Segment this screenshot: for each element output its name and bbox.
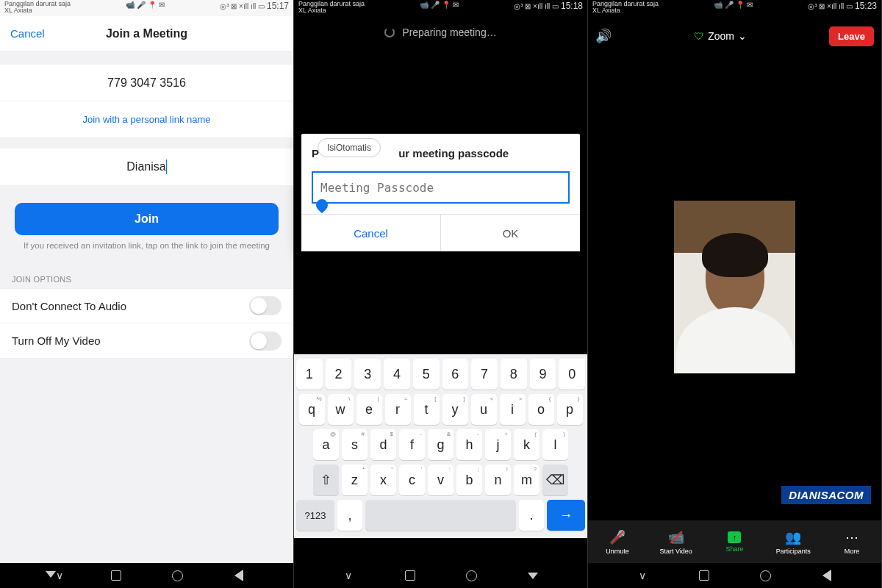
dialog-cancel-button[interactable]: Cancel bbox=[301, 215, 441, 251]
key-1[interactable]: 1 bbox=[296, 359, 323, 390]
nav-dropdown-icon[interactable]: ∨ bbox=[635, 568, 650, 583]
key-e[interactable]: e| bbox=[356, 394, 382, 425]
key-c[interactable]: c' bbox=[399, 465, 425, 495]
key-g[interactable]: g& bbox=[428, 429, 453, 460]
toggle-no-video[interactable] bbox=[249, 331, 282, 351]
key-5[interactable]: 5 bbox=[413, 359, 440, 390]
key-v[interactable]: v: bbox=[428, 465, 453, 495]
join-hint: If you received an invitation link, tap … bbox=[0, 241, 293, 265]
join-header: Cancel Join a Meeting bbox=[0, 16, 293, 51]
self-video-thumbnail[interactable] bbox=[674, 201, 795, 373]
nav-home-icon[interactable] bbox=[464, 568, 478, 583]
key-k[interactable]: k( bbox=[514, 429, 539, 460]
key-h[interactable]: h- bbox=[456, 429, 482, 460]
video-area[interactable] bbox=[588, 53, 881, 520]
key-b[interactable]: b; bbox=[456, 465, 482, 495]
key-z[interactable]: z* bbox=[342, 465, 368, 495]
key-period[interactable]: . bbox=[519, 500, 544, 531]
screenshot-2: Panggilan darurat saja XL Axiata 📹 🎤 📍 ✉… bbox=[294, 0, 588, 588]
spinner-icon bbox=[384, 27, 395, 37]
key-n[interactable]: n! bbox=[485, 465, 511, 495]
key-x[interactable]: x" bbox=[370, 465, 396, 495]
passcode-input[interactable] bbox=[312, 171, 570, 204]
nav-back-icon[interactable] bbox=[232, 568, 246, 583]
key-6[interactable]: 6 bbox=[442, 359, 469, 390]
key-j[interactable]: j+ bbox=[485, 429, 511, 460]
microphone-muted-icon: 🎤 bbox=[609, 529, 625, 545]
key-symbols[interactable]: ?123 bbox=[296, 500, 334, 531]
page-title: Join a Meeting bbox=[106, 27, 187, 40]
key-u[interactable]: u< bbox=[471, 394, 497, 425]
key-space[interactable] bbox=[365, 500, 516, 531]
android-navbar: ∨ bbox=[588, 563, 881, 588]
status-right-icons: ◎³ ⊠ ×ıll ıll ▭ bbox=[220, 2, 265, 10]
toggle-no-audio[interactable] bbox=[249, 296, 282, 315]
nav-home-icon[interactable] bbox=[758, 568, 772, 583]
key-enter[interactable]: → bbox=[547, 500, 585, 531]
key-l[interactable]: l) bbox=[542, 429, 568, 460]
status-left-icons: 📹 🎤 📍 ✉ bbox=[126, 1, 164, 9]
nav-back-icon[interactable] bbox=[526, 568, 540, 583]
personal-link-button[interactable]: Join with a personal link name bbox=[0, 101, 293, 138]
watermark-label: DIANISACOM bbox=[781, 486, 871, 504]
passcode-dialog: P lease enter yo ur meeting passcode Isi… bbox=[301, 134, 580, 251]
key-shift[interactable]: ⇧ bbox=[313, 465, 339, 495]
key-0[interactable]: 0 bbox=[559, 359, 585, 390]
speaker-icon[interactable]: 🔊 bbox=[595, 28, 612, 44]
unmute-button[interactable]: 🎤 Unmute bbox=[588, 520, 647, 563]
display-name-field[interactable]: Dianisa bbox=[0, 148, 293, 185]
nav-dropdown-icon[interactable]: ∨ bbox=[47, 568, 62, 583]
dialog-ok-button[interactable]: OK bbox=[441, 215, 580, 251]
key-o[interactable]: o{ bbox=[528, 394, 554, 425]
key-s[interactable]: s# bbox=[342, 429, 368, 460]
key-comma[interactable]: , bbox=[337, 500, 362, 531]
key-7[interactable]: 7 bbox=[471, 359, 498, 390]
more-button[interactable]: ⋯ More bbox=[822, 520, 881, 563]
soft-keyboard: 1234567890 q%w\e|r=t[y]u<i>o{p} a@s#d$f-… bbox=[294, 354, 587, 538]
key-2[interactable]: 2 bbox=[326, 359, 352, 390]
key-8[interactable]: 8 bbox=[501, 359, 527, 390]
status-time: 15:17 bbox=[267, 1, 289, 11]
nav-dropdown-icon[interactable]: ∨ bbox=[341, 568, 356, 583]
screenshot-1: Panggilan darurat saja XL Axiata 📹 🎤 📍 ✉… bbox=[0, 0, 294, 588]
status-bar: Panggilan darurat saja XL Axiata 📹 🎤 📍 ✉… bbox=[588, 0, 881, 16]
zoom-title-dropdown[interactable]: 🛡 Zoom ⌄ bbox=[694, 30, 747, 42]
option-no-video[interactable]: Turn Off My Video bbox=[0, 323, 293, 359]
nav-recents-icon[interactable] bbox=[109, 568, 123, 583]
key-backspace[interactable]: ⌫ bbox=[542, 465, 568, 495]
camera-off-icon: 📹 bbox=[668, 529, 684, 545]
key-d[interactable]: d$ bbox=[370, 429, 396, 460]
key-f[interactable]: f- bbox=[399, 429, 425, 460]
key-y[interactable]: y] bbox=[442, 394, 468, 425]
nav-recents-icon[interactable] bbox=[403, 568, 417, 583]
key-4[interactable]: 4 bbox=[384, 359, 410, 390]
join-options-header: JOIN OPTIONS bbox=[0, 265, 293, 288]
participants-button[interactable]: 👥 Participants bbox=[764, 520, 822, 563]
share-button[interactable]: ↑ Share bbox=[706, 520, 764, 563]
key-m[interactable]: m? bbox=[514, 465, 539, 495]
autofill-chip[interactable]: IsiOtomatis bbox=[318, 138, 381, 157]
nav-home-icon[interactable] bbox=[170, 568, 184, 583]
key-r[interactable]: r= bbox=[385, 394, 411, 425]
start-video-button[interactable]: 📹 Start Video bbox=[647, 520, 706, 563]
key-p[interactable]: p} bbox=[557, 394, 583, 425]
meeting-id-field[interactable]: 779 3047 3516 bbox=[0, 65, 293, 101]
status-bar: Panggilan darurat saja XL Axiata 📹 🎤 📍 ✉… bbox=[0, 0, 293, 16]
leave-button[interactable]: Leave bbox=[829, 26, 874, 46]
join-button[interactable]: Join bbox=[15, 203, 279, 235]
key-a[interactable]: a@ bbox=[313, 429, 339, 460]
key-9[interactable]: 9 bbox=[530, 359, 556, 390]
key-w[interactable]: w\ bbox=[328, 394, 354, 425]
key-q[interactable]: q% bbox=[299, 394, 325, 425]
nav-recents-icon[interactable] bbox=[697, 568, 711, 583]
cancel-button[interactable]: Cancel bbox=[10, 27, 45, 40]
key-t[interactable]: t[ bbox=[414, 394, 440, 425]
option-no-audio[interactable]: Don't Connect To Audio bbox=[0, 288, 293, 323]
chevron-down-icon: ⌄ bbox=[738, 30, 747, 42]
status-bar: Panggilan darurat saja XL Axiata 📹 🎤 📍 ✉… bbox=[294, 0, 587, 16]
text-cursor bbox=[166, 159, 167, 174]
nav-back-icon[interactable] bbox=[820, 568, 834, 583]
key-3[interactable]: 3 bbox=[354, 359, 381, 390]
key-i[interactable]: i> bbox=[500, 394, 526, 425]
meeting-toolbar: 🎤 Unmute 📹 Start Video ↑ Share 👥 Partici… bbox=[588, 520, 881, 563]
